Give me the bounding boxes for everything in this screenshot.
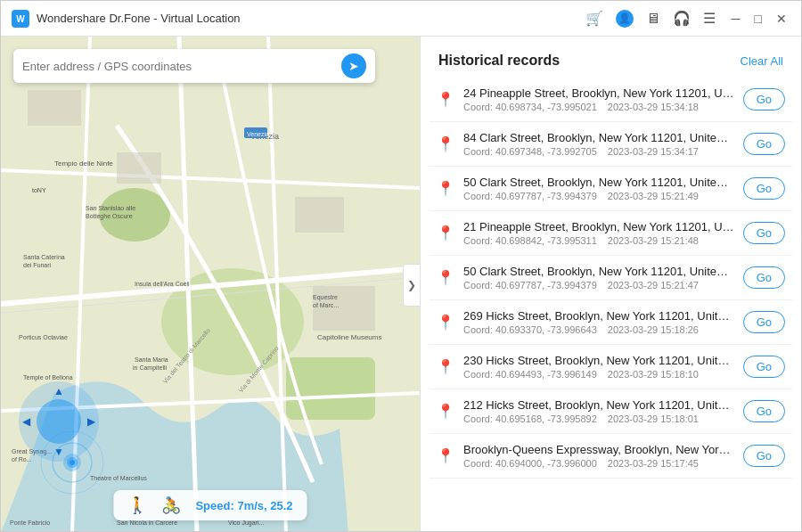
location-pin-icon: 📍 [437, 180, 454, 197]
record-item: 📍 Brooklyn-Queens Expressway, Brooklyn, … [430, 434, 792, 479]
user-icon[interactable]: 👤 [616, 10, 634, 28]
svg-text:Equestre: Equestre [313, 294, 338, 301]
chevron-right-icon: ❯ [407, 279, 416, 291]
record-meta: Coord: 40.693370, -73.996643 2023-03-29 … [463, 324, 734, 335]
location-pin-icon: 📍 [437, 225, 454, 241]
record-time: 2023-03-29 15:18:26 [608, 324, 699, 335]
search-input[interactable] [22, 60, 341, 73]
record-time: 2023-03-29 15:21:48 [608, 235, 699, 246]
headphone-icon[interactable]: 🎧 [673, 10, 691, 27]
svg-text:Tempio delle Ninfe: Tempio delle Ninfe [54, 160, 113, 168]
svg-text:San Nicola in Carcere: San Nicola in Carcere [117, 520, 177, 526]
record-time: 2023-03-29 15:34:17 [608, 146, 699, 157]
window-controls: ─ □ ✕ [728, 12, 790, 26]
svg-rect-15 [295, 197, 344, 233]
svg-text:W: W [16, 14, 25, 24]
joystick-down-icon[interactable]: ▼ [53, 446, 64, 458]
record-item: 📍 24 Pineapple Street, Brooklyn, New Yor… [430, 78, 792, 122]
arrow-icon: ➤ [348, 59, 359, 73]
record-item: 📍 230 Hicks Street, Brooklyn, New York 1… [430, 345, 792, 389]
menu-icon[interactable]: ☰ [703, 10, 716, 27]
joystick-outer: ▲ ▼ ◀ ▶ [19, 381, 99, 462]
titlebar: W Wondershare Dr.Fone - Virtual Location… [1, 1, 801, 37]
record-coord: Coord: 40.698734, -73.995021 [463, 102, 597, 112]
main-content: Venezia Venezia Tempio delle Ninfe toNY … [1, 37, 801, 532]
panel-title: Historical records [438, 53, 560, 69]
go-button[interactable]: Go [743, 400, 785, 422]
record-info: 21 Pineapple Street, Brooklyn, New York … [463, 220, 734, 246]
record-item: 📍 50 Clark Street, Brooklyn, New York 11… [430, 256, 792, 300]
joystick-arrows: ▲ ▼ ◀ ▶ [19, 381, 99, 462]
location-pin-icon: 📍 [437, 314, 454, 331]
joystick[interactable]: ▲ ▼ ◀ ▶ [19, 381, 99, 462]
go-button[interactable]: Go [743, 311, 785, 333]
svg-rect-14 [117, 152, 161, 184]
record-info: 50 Clark Street, Brooklyn, New York 1120… [463, 265, 734, 291]
maximize-button[interactable]: □ [751, 12, 765, 26]
close-button[interactable]: ✕ [773, 12, 790, 26]
svg-text:Theatre of Marcellus: Theatre of Marcellus [90, 475, 147, 481]
svg-text:dei Funari: dei Funari [23, 262, 52, 268]
joystick-up-icon[interactable]: ▲ [53, 385, 64, 397]
minimize-button[interactable]: ─ [728, 12, 744, 26]
record-time: 2023-03-29 15:34:18 [608, 102, 699, 112]
panel-collapse-button[interactable]: ❯ [403, 264, 420, 307]
record-info: Brooklyn-Queens Expressway, Brooklyn, Ne… [463, 443, 734, 469]
cart-icon[interactable]: 🛒 [585, 10, 603, 27]
record-meta: Coord: 40.697787, -73.994379 2023-03-29 … [463, 280, 734, 291]
search-bar: ➤ [13, 49, 375, 83]
joystick-right-icon[interactable]: ▶ [87, 415, 95, 428]
record-address: 230 Hicks Street, Brooklyn, New York 112… [463, 354, 734, 367]
go-button[interactable]: Go [743, 445, 785, 467]
monitor-icon[interactable]: 🖥 [646, 11, 660, 27]
record-meta: Coord: 40.698842, -73.995311 2023-03-29 … [463, 235, 734, 246]
bike-icon: 🚴 [161, 495, 181, 515]
record-time: 2023-03-29 15:17:45 [608, 458, 699, 469]
speed-display: Speed: 7m/s, 25.2 [195, 499, 292, 512]
location-pin-icon: 📍 [437, 269, 454, 286]
record-meta: Coord: 40.697348, -73.992705 2023-03-29 … [463, 146, 734, 157]
joystick-left-icon[interactable]: ◀ [22, 415, 30, 428]
svg-text:Vico Jugari...: Vico Jugari... [228, 520, 264, 527]
svg-text:Santa Maria: Santa Maria [135, 356, 168, 363]
go-button[interactable]: Go [743, 356, 785, 378]
record-coord: Coord: 40.694000, -73.996000 [463, 458, 597, 469]
location-pin-icon: 📍 [437, 358, 454, 375]
speed-value: 7m/s, 25.2 [237, 499, 292, 512]
record-address: 50 Clark Street, Brooklyn, New York 1120… [463, 176, 734, 189]
clear-all-button[interactable]: Clear All [741, 54, 783, 68]
record-info: 212 Hicks Street, Brooklyn, New York 112… [463, 398, 734, 424]
go-button[interactable]: Go [743, 88, 785, 110]
go-button[interactable]: Go [743, 266, 785, 289]
app-logo: W [12, 10, 29, 28]
records-list: 📍 24 Pineapple Street, Brooklyn, New Yor… [421, 78, 801, 532]
walk-icon: 🚶 [127, 495, 147, 515]
record-address: 21 Pineapple Street, Brooklyn, New York … [463, 220, 734, 233]
search-submit-button[interactable]: ➤ [341, 53, 366, 78]
record-coord: Coord: 40.695168, -73.995892 [463, 413, 597, 424]
record-coord: Coord: 40.694493, -73.996149 [463, 369, 597, 380]
record-item: 📍 269 Hicks Street, Brooklyn, New York 1… [430, 300, 792, 345]
svg-text:Santa Caterina: Santa Caterina [23, 254, 65, 260]
record-meta: Coord: 40.694000, -73.996000 2023-03-29 … [463, 458, 734, 469]
svg-text:San Stanislao alle: San Stanislao alle [86, 205, 135, 211]
record-info: 50 Clark Street, Brooklyn, New York 1120… [463, 176, 734, 201]
svg-text:toNY: toNY [32, 187, 46, 193]
record-item: 📍 84 Clark Street, Brooklyn, New York 11… [430, 122, 792, 167]
record-coord: Coord: 40.697787, -73.994379 [463, 280, 597, 291]
panel-header: Historical records Clear All [421, 37, 801, 78]
go-button[interactable]: Go [743, 222, 785, 244]
toolbar-icons: 🛒 👤 🖥 🎧 ☰ [585, 10, 716, 28]
go-button[interactable]: Go [743, 177, 785, 200]
map-area[interactable]: Venezia Venezia Tempio delle Ninfe toNY … [1, 37, 420, 532]
record-info: 24 Pineapple Street, Brooklyn, New York … [463, 86, 734, 112]
record-time: 2023-03-29 15:18:01 [608, 413, 699, 424]
record-meta: Coord: 40.694493, -73.996149 2023-03-29 … [463, 369, 734, 380]
location-pin-icon: 📍 [437, 91, 454, 108]
svg-text:Porticus Octaviae: Porticus Octaviae [19, 334, 68, 340]
svg-text:Botteghe Oscure: Botteghe Oscure [86, 213, 133, 220]
speed-label: Speed: [195, 499, 233, 512]
go-button[interactable]: Go [743, 133, 785, 155]
record-coord: Coord: 40.693370, -73.996643 [463, 324, 597, 335]
svg-rect-13 [28, 90, 81, 126]
